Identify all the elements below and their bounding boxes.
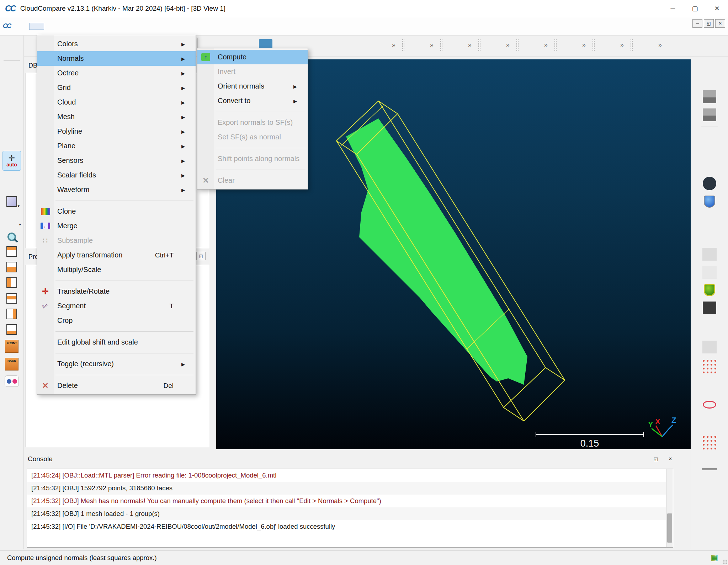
view-right-icon[interactable] — [6, 309, 17, 319]
edit-menu-merge[interactable]: Merge — [37, 219, 196, 233]
kd-tree-icon[interactable] — [485, 37, 500, 53]
menu-file[interactable] — [14, 23, 29, 30]
toolbar-drag-handle[interactable] — [592, 39, 595, 52]
maximize-button[interactable]: ▢ — [684, 0, 706, 17]
zoom-magnifier-icon[interactable] — [7, 233, 16, 241]
view-front-icon[interactable] — [6, 262, 17, 272]
edit-menu-polyline[interactable]: Polyline — [37, 124, 196, 139]
edit-menu-sensors[interactable]: Sensors — [37, 153, 196, 168]
rgb-filter-icon[interactable] — [638, 37, 652, 53]
resize-grip[interactable] — [722, 559, 727, 564]
clipping-box-icon[interactable] — [315, 37, 329, 53]
normals-menu-clear[interactable]: Clear — [197, 173, 308, 188]
csf-shield-icon[interactable] — [704, 196, 715, 208]
toolbar-overflow-chevron[interactable] — [618, 42, 626, 49]
primitive-factory-icon[interactable] — [352, 37, 367, 53]
console-scrollbar[interactable] — [666, 469, 673, 547]
iso-view-cube-icon[interactable] — [6, 196, 17, 207]
toolbar-drag-handle[interactable] — [440, 39, 443, 52]
toolbar-overflow-chevron[interactable] — [390, 42, 397, 49]
edit-menu-waveform[interactable]: Waveform — [37, 182, 196, 197]
view-iso-back-icon[interactable]: BACK — [5, 358, 18, 371]
toolbar-overflow-chevron[interactable] — [466, 42, 473, 49]
compass-icon[interactable] — [703, 177, 716, 190]
magnet-icon[interactable] — [702, 414, 717, 430]
toolbar-drag-handle[interactable] — [516, 39, 519, 52]
ssao-filter-icon[interactable] — [703, 108, 716, 121]
save-file-icon[interactable] — [23, 38, 37, 55]
menu-tools[interactable] — [44, 23, 59, 30]
edit-menu-cloud[interactable]: Cloud — [37, 95, 196, 110]
rsd-icon[interactable] — [702, 341, 717, 353]
m3c2-icon[interactable] — [702, 266, 717, 279]
toolbar-overflow-chevron[interactable] — [657, 42, 664, 49]
zoom-1-1-icon[interactable] — [4, 110, 20, 125]
edit-menu-delete[interactable]: Delete Del — [37, 378, 196, 393]
normals-menu-invert[interactable]: Invert — [197, 64, 308, 79]
console-close-button[interactable]: ✕ — [666, 454, 675, 463]
mdi-restore-button[interactable]: ◱ — [704, 19, 714, 28]
edit-menu-toggle-recursive[interactable]: Toggle (recursive) — [37, 357, 196, 371]
normals-menu-shift-points[interactable]: Shift points along normals — [197, 151, 308, 166]
green-shield-icon[interactable] — [704, 284, 715, 296]
forest-trees-icon[interactable] — [702, 475, 717, 491]
auto-pick-center-icon[interactable]: ✛ auto — [2, 151, 21, 171]
menu-plugins[interactable] — [74, 23, 89, 30]
screenshot-camera-icon[interactable] — [4, 89, 20, 105]
menu-display[interactable] — [59, 23, 74, 30]
command-line-cc-icon[interactable] — [334, 37, 348, 53]
minimize-button[interactable]: ─ — [662, 0, 684, 17]
edit-menu-plane[interactable]: Plane — [37, 139, 196, 153]
clean-tool-icon[interactable] — [702, 156, 717, 171]
layers-icon[interactable] — [702, 380, 717, 395]
spline-tool-icon[interactable] — [562, 37, 576, 53]
train-3dsmoothnet-icon[interactable] — [600, 37, 614, 53]
stereo-glasses-icon[interactable] — [5, 375, 19, 387]
properties-float-button[interactable]: ◱ — [196, 252, 206, 260]
view-back-icon[interactable] — [6, 293, 17, 304]
canupo-icon[interactable] — [447, 37, 462, 53]
edit-menu-subsample[interactable]: Subsample — [37, 233, 196, 248]
hpr-icon[interactable] — [702, 248, 717, 261]
toolbar-drag-handle[interactable] — [554, 39, 557, 52]
edit-menu-apply-transformation[interactable]: Apply transformation Ctrl+T — [37, 248, 196, 262]
toolbar-drag-handle[interactable] — [630, 39, 633, 52]
edit-menu-scalar-fields[interactable]: Scalar fields — [37, 168, 196, 182]
view-iso-front-icon[interactable]: FRONT — [5, 340, 18, 353]
view-top-icon[interactable] — [6, 246, 17, 257]
edit-menu-normals[interactable]: Normals — [37, 51, 196, 66]
no-filter-icon[interactable] — [702, 69, 717, 85]
normals-menu-set-sf[interactable]: Set SF(s) as normal — [197, 130, 308, 144]
toolbar-overflow-chevron[interactable] — [504, 42, 511, 49]
rotate-camera-icon[interactable] — [4, 176, 20, 191]
normals-n-icon[interactable] — [702, 227, 717, 242]
edit-menu-octree[interactable]: Octree — [37, 66, 196, 80]
edit-menu-crop[interactable]: Crop — [37, 313, 196, 328]
gear-tool-icon[interactable] — [702, 359, 717, 374]
red-ellipse-icon[interactable] — [703, 401, 716, 409]
pan-view-icon[interactable] — [4, 212, 20, 228]
edit-menu-translate-rotate[interactable]: Translate/Rotate — [37, 284, 196, 299]
edit-menu-multiply-scale[interactable]: Multiply/Scale — [37, 262, 196, 277]
normals-menu-export-sf[interactable]: Export normals to SF(s) — [197, 115, 308, 130]
checkerboard-icon[interactable] — [371, 37, 386, 53]
edit-menu-colors[interactable]: Colors — [37, 37, 196, 51]
interactors-pen-icon[interactable] — [4, 40, 20, 55]
pick-rotation-center-icon[interactable] — [4, 130, 20, 146]
animation-icon[interactable] — [702, 135, 717, 150]
view-left-icon[interactable] — [6, 277, 17, 288]
console-scrollbar-thumb[interactable] — [667, 513, 672, 543]
hand-tool-icon[interactable] — [702, 435, 717, 451]
histogram-icon[interactable] — [409, 37, 424, 53]
mdi-minimize-button[interactable]: ─ — [692, 19, 702, 28]
close-button[interactable]: ✕ — [706, 0, 728, 17]
edl-filter-icon[interactable] — [703, 90, 716, 103]
display-options-icon[interactable] — [4, 68, 20, 84]
edit-menu-mesh[interactable]: Mesh — [37, 110, 196, 124]
mdi-close-button[interactable]: ✕ — [715, 19, 725, 28]
toolbar-drag-handle[interactable] — [402, 39, 405, 52]
normals-menu-orient[interactable]: Orient normals — [197, 79, 308, 94]
menu-help[interactable] — [104, 23, 119, 30]
toolbar-overflow-chevron[interactable] — [580, 42, 588, 49]
edit-menu-segment[interactable]: Segment T — [37, 299, 196, 313]
